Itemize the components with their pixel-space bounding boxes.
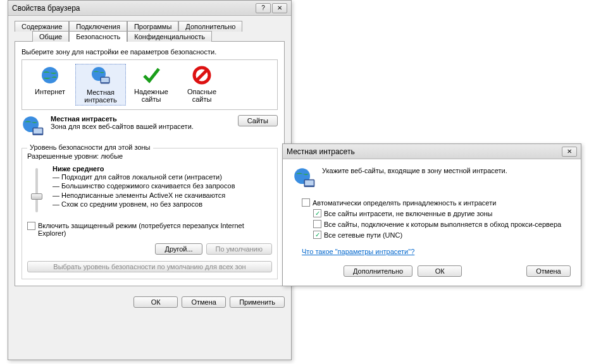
zone-intranet-label: Местная интрасеть [77, 88, 124, 104]
tab-content[interactable]: Содержание [15, 21, 69, 32]
zone-title: Местная интрасеть [51, 115, 117, 123]
default-level-button[interactable]: По умолчанию [206, 243, 272, 255]
zone-restricted-label: Опасные сайты [178, 88, 226, 103]
dialog-title: Местная интрасеть [287, 147, 562, 156]
check-c1-label: Все сайты интрасети, не включенные в дру… [324, 210, 493, 217]
globe-monitor-icon-dlg [293, 167, 316, 190]
svg-rect-3 [101, 78, 109, 82]
cancel-button[interactable]: Отмена [182, 296, 226, 308]
globe-monitor-icon [90, 66, 111, 86]
bullet-3: — Схож со средним уровнем, но без запрос… [53, 200, 235, 209]
zone-trusted-label: Надежные сайты [127, 88, 175, 103]
security-slider[interactable] [27, 165, 46, 215]
zone-selector: Интернет Местная интрасеть Надежные [22, 59, 278, 110]
zone-intranet[interactable]: Местная интрасеть [75, 64, 126, 106]
protected-mode-label: Включить защищенный режим (потребуется п… [38, 222, 272, 237]
bullet-0: — Подходит для сайтов локальной сети (ин… [53, 173, 235, 181]
allowed-levels: Разрешенные уровни: любые [27, 152, 272, 160]
globe-icon [40, 65, 60, 85]
window-body: Содержание Подключения Программы Дополни… [8, 16, 291, 291]
tabs-row-1: Содержание Подключения Программы Дополни… [15, 21, 285, 32]
check-c2-label: Все сайты, подключение к которым выполня… [324, 221, 561, 228]
apply-button[interactable]: Применить [230, 296, 285, 308]
zone-internet-label: Интернет [26, 88, 74, 95]
globe-monitor-icon-large [22, 115, 44, 138]
bullet-2: — Неподписанные элементы ActiveX не скач… [53, 191, 235, 200]
dialog-cancel-button[interactable]: Отмена [526, 265, 571, 277]
dialog-checks: Автоматически определять принадлежность … [302, 198, 571, 239]
dialog-instruction: Укажите веб-сайты, входящие в зону местн… [322, 167, 507, 174]
main-window: Свойства браузера ? ✕ Содержание Подключ… [8, 0, 292, 360]
security-level-group: Уровень безопасности для этой зоны Разре… [22, 148, 278, 279]
checkmark-icon [141, 65, 161, 85]
zone-desc-icon [22, 115, 47, 139]
tab-security[interactable]: Безопасность [69, 31, 127, 42]
check-c3[interactable]: ✓ [313, 231, 321, 239]
dialog-close-button[interactable]: ✕ [562, 147, 577, 157]
window-title: Свойства браузера [12, 4, 256, 13]
check-c3-label: Все сетевые пути (UNC) [324, 231, 402, 239]
sites-button[interactable]: Сайты [238, 115, 278, 126]
zone-restricted[interactable]: Опасные сайты [177, 64, 227, 106]
zone-description-row: Местная интрасеть Зона для всех веб-сайт… [22, 115, 278, 139]
dialog-titlebar: Местная интрасеть ✕ [283, 144, 581, 159]
titlebar: Свойства браузера ? ✕ [8, 1, 291, 16]
dialog-body: Укажите веб-сайты, входящие в зону местн… [283, 159, 581, 286]
zone-select-label: Выберите зону для настройки ее параметро… [22, 48, 278, 56]
zone-trusted[interactable]: Надежные сайты [126, 64, 177, 106]
dialog-ok-button[interactable]: ОК [418, 265, 462, 277]
zone-internet[interactable]: Интернет [25, 64, 75, 106]
intranet-dialog: Местная интрасеть ✕ Укажите веб-сайты, в… [282, 143, 581, 286]
protected-mode-checkbox[interactable] [27, 222, 35, 230]
reset-all-button[interactable]: Выбрать уровень безопасности по умолчани… [27, 261, 272, 272]
zone-desc: Зона для всех веб-сайтов вашей интрасети… [51, 123, 194, 130]
check-auto-label: Автоматически определять принадлежность … [313, 199, 496, 207]
close-button[interactable]: ✕ [272, 3, 287, 13]
advanced-button[interactable]: Дополнительно [344, 265, 412, 277]
svg-point-0 [42, 67, 58, 83]
svg-rect-8 [34, 129, 42, 134]
group-label: Уровень безопасности для этой зоны [27, 143, 153, 151]
tab-connections[interactable]: Подключения [69, 21, 127, 32]
intranet-params-link[interactable]: Что такое "параметры интрасети"? [302, 248, 414, 255]
help-button[interactable]: ? [256, 3, 271, 13]
tab-programs[interactable]: Программы [127, 21, 178, 32]
forbidden-icon [192, 65, 212, 85]
level-name: Ниже среднего [53, 165, 235, 173]
tab-general[interactable]: Общие [32, 31, 69, 42]
tab-advanced[interactable]: Дополнительно [178, 21, 242, 32]
check-c2[interactable] [313, 220, 321, 228]
check-auto[interactable] [302, 198, 310, 207]
tab-panel: Выберите зону для настройки ее параметро… [15, 41, 285, 286]
slider-thumb[interactable] [31, 193, 42, 200]
svg-rect-11 [305, 180, 314, 185]
dialog-footer: Дополнительно ОК Отмена [344, 265, 571, 277]
ok-button[interactable]: ОК [133, 296, 178, 308]
check-c1[interactable]: ✓ [313, 209, 321, 217]
custom-level-button[interactable]: Другой... [155, 243, 202, 255]
main-footer: ОК Отмена Применить [8, 291, 291, 313]
tabs-row-2: Общие Безопасность Конфиденциальность [15, 31, 285, 42]
tab-privacy[interactable]: Конфиденциальность [127, 31, 212, 42]
bullet-1: — Большинство содержимого скачивается бе… [53, 181, 235, 190]
